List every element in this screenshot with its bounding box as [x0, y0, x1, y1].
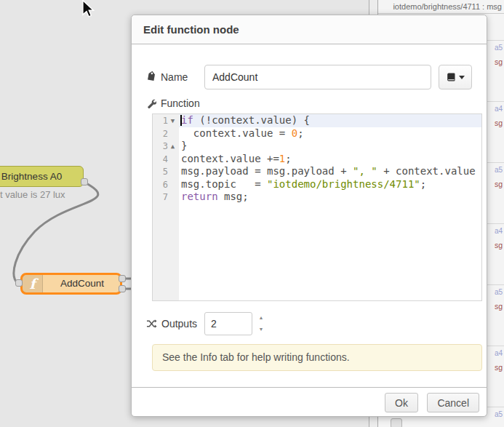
tag-icon — [144, 70, 158, 84]
fold-widget-icon — [168, 153, 177, 166]
outputs-label: Outputs — [146, 312, 201, 335]
code-line[interactable]: } — [179, 140, 481, 153]
editor-code-area[interactable]: if (!context.value) { context.value = 0;… — [179, 114, 481, 300]
editor-gutter: 1▼23▲4567 — [153, 114, 179, 300]
fold-widget-icon — [168, 166, 177, 178]
outputs-label-text: Outputs — [161, 318, 197, 330]
fold-widget-icon[interactable]: ▼ — [168, 115, 177, 127]
fold-widget-icon — [168, 179, 177, 191]
code-line[interactable]: return msg; — [179, 191, 481, 204]
fold-widget-icon[interactable]: ▲ — [168, 140, 177, 153]
name-label: Name — [146, 65, 201, 89]
name-input[interactable] — [204, 65, 431, 89]
ok-button[interactable]: Ok — [385, 393, 418, 412]
fold-widget-icon — [168, 128, 177, 140]
brightness-status-text: t value is 27 lux — [0, 189, 65, 200]
fold-widget-icon — [168, 191, 177, 204]
spinner-down-button[interactable]: ▼ — [255, 324, 268, 335]
node-brightness-label: Brightness A0 — [1, 171, 62, 182]
cancel-button[interactable]: Cancel — [427, 393, 479, 412]
name-label-text: Name — [161, 71, 188, 83]
sidebar-scrollbar-thumb[interactable] — [391, 418, 402, 427]
code-line[interactable]: msg.topic = "iotdemo/brightness/4711"; — [179, 178, 481, 191]
node-red-app: Brightness A0 t value is 27 lux f AddCou… — [0, 0, 504, 427]
gutter-line: 7 — [153, 191, 179, 204]
addcount-output-port-1[interactable] — [119, 275, 126, 282]
brightness-output-port[interactable] — [81, 178, 88, 185]
gutter-line: 3▲ — [153, 140, 179, 153]
mouse-cursor — [81, 0, 95, 19]
outputs-input[interactable] — [204, 312, 252, 335]
node-brightness-a0[interactable]: Brightness A0 — [0, 166, 84, 187]
info-message: See the Info tab for help writing functi… — [152, 344, 482, 371]
edit-function-dialog: Edit function node Name Function — [131, 15, 487, 417]
code-line[interactable]: context.value = 0; — [179, 127, 481, 140]
library-button[interactable] — [439, 65, 472, 89]
gutter-line: 2 — [153, 127, 179, 140]
gutter-line: 6 — [153, 178, 179, 191]
gutter-line: 1▼ — [153, 114, 179, 127]
gutter-line: 5 — [153, 165, 179, 178]
function-label: Function — [146, 95, 201, 111]
debug-message-header[interactable]: iotdemo/brightness/4711 : msg — [378, 0, 504, 14]
code-line[interactable]: msg.payload = msg.payload + ", " + conte… — [179, 165, 481, 178]
shuffle-icon — [146, 319, 157, 329]
footer-divider — [132, 387, 487, 388]
node-addcount[interactable]: f AddCount — [20, 273, 122, 295]
addcount-input-port[interactable] — [15, 279, 23, 287]
wrench-icon — [146, 98, 156, 108]
addcount-output-port-2[interactable] — [119, 285, 126, 292]
chevron-down-icon — [459, 76, 465, 79]
code-line[interactable]: context.value +=1; — [179, 153, 481, 166]
code-line[interactable]: if (!context.value) { — [179, 114, 481, 127]
outputs-spinner: ▲ ▼ — [255, 312, 268, 335]
book-icon — [446, 72, 456, 82]
function-f-icon: f — [23, 275, 43, 292]
gutter-line: 4 — [153, 153, 179, 166]
function-label-text: Function — [161, 97, 200, 109]
function-code-editor[interactable]: 1▼23▲4567 if (!context.value) { context.… — [152, 113, 482, 301]
node-addcount-label: AddCount — [60, 278, 104, 289]
spinner-up-button[interactable]: ▲ — [255, 312, 268, 324]
editor-text-cursor — [180, 115, 182, 126]
dialog-title: Edit function node — [132, 15, 487, 44]
